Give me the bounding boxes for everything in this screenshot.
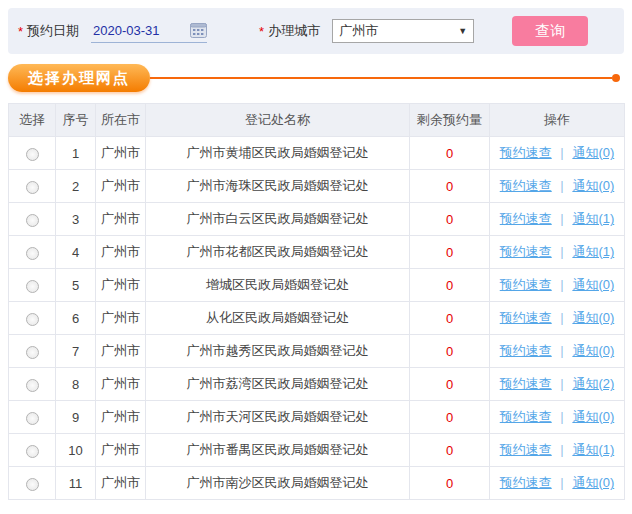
table-row: 9 广州市 广州市天河区民政局婚姻登记处 0 预约速查 | 通知(0) <box>9 401 625 434</box>
section-divider-dot <box>612 74 620 82</box>
column-header: 所在市 <box>96 104 146 137</box>
operations-cell: 预约速查 | 通知(0) <box>490 401 625 434</box>
city-cell: 广州市 <box>96 467 146 500</box>
row-radio-button[interactable] <box>26 346 39 359</box>
city-cell: 广州市 <box>96 170 146 203</box>
sequence-number: 7 <box>56 335 96 368</box>
sequence-number: 3 <box>56 203 96 236</box>
link-separator: | <box>560 475 563 490</box>
row-radio-button[interactable] <box>26 181 39 194</box>
sequence-number: 10 <box>56 434 96 467</box>
row-radio-button[interactable] <box>26 247 39 260</box>
city-cell: 广州市 <box>96 302 146 335</box>
city-cell: 广州市 <box>96 137 146 170</box>
link-separator: | <box>560 310 563 325</box>
column-header: 登记处名称 <box>146 104 410 137</box>
table-row: 2 广州市 广州市海珠区民政局婚姻登记处 0 预约速查 | 通知(0) <box>9 170 625 203</box>
link-separator: | <box>560 343 563 358</box>
required-marker: * <box>259 24 264 39</box>
query-button[interactable]: 查询 <box>512 16 588 46</box>
operations-cell: 预约速查 | 通知(2) <box>490 368 625 401</box>
quick-check-link[interactable]: 预约速查 <box>500 442 552 457</box>
remaining-quota: 0 <box>410 269 490 302</box>
operations-cell: 预约速查 | 通知(0) <box>490 137 625 170</box>
link-separator: | <box>560 442 563 457</box>
calendar-icon[interactable] <box>190 23 207 38</box>
notification-link[interactable]: 通知(0) <box>572 310 614 325</box>
city-field-group: * 办理城市 广州市 ▼ <box>259 19 474 43</box>
row-radio-button[interactable] <box>26 148 39 161</box>
notification-link[interactable]: 通知(0) <box>572 178 614 193</box>
row-radio-button[interactable] <box>26 478 39 491</box>
remaining-quota: 0 <box>410 401 490 434</box>
notification-link[interactable]: 通知(0) <box>572 277 614 292</box>
city-cell: 广州市 <box>96 203 146 236</box>
quick-check-link[interactable]: 预约速查 <box>500 376 552 391</box>
select-cell <box>9 401 56 434</box>
quick-check-link[interactable]: 预约速查 <box>500 178 552 193</box>
link-separator: | <box>560 211 563 226</box>
table-row: 7 广州市 广州市越秀区民政局婚姻登记处 0 预约速查 | 通知(0) <box>9 335 625 368</box>
city-cell: 广州市 <box>96 368 146 401</box>
row-radio-button[interactable] <box>26 379 39 392</box>
row-radio-button[interactable] <box>26 313 39 326</box>
notification-link[interactable]: 通知(0) <box>572 145 614 160</box>
link-separator: | <box>560 376 563 391</box>
row-radio-button[interactable] <box>26 280 39 293</box>
registry-name: 广州市番禺区民政局婚姻登记处 <box>146 434 410 467</box>
registry-name: 增城区民政局婚姻登记处 <box>146 269 410 302</box>
dropdown-arrow-icon: ▼ <box>458 26 467 36</box>
link-separator: | <box>560 145 563 160</box>
quick-check-link[interactable]: 预约速查 <box>500 211 552 226</box>
section-divider-line <box>150 77 612 79</box>
notification-link[interactable]: 通知(0) <box>572 343 614 358</box>
quick-check-link[interactable]: 预约速查 <box>500 343 552 358</box>
notification-link[interactable]: 通知(2) <box>572 376 614 391</box>
operations-cell: 预约速查 | 通知(0) <box>490 467 625 500</box>
table-row: 11 广州市 广州市南沙区民政局婚姻登记处 0 预约速查 | 通知(0) <box>9 467 625 500</box>
select-cell <box>9 269 56 302</box>
registry-name: 广州市花都区民政局婚姻登记处 <box>146 236 410 269</box>
date-field-wrap <box>91 19 207 43</box>
sequence-number: 2 <box>56 170 96 203</box>
notification-link[interactable]: 通知(1) <box>572 211 614 226</box>
notification-link[interactable]: 通知(1) <box>572 244 614 259</box>
table-header-row: 选择序号所在市登记处名称剩余预约量操作 <box>9 104 625 137</box>
remaining-quota: 0 <box>410 335 490 368</box>
registry-name: 广州市黄埔区民政局婚姻登记处 <box>146 137 410 170</box>
remaining-quota: 0 <box>410 170 490 203</box>
registry-name: 广州市海珠区民政局婚姻登记处 <box>146 170 410 203</box>
sequence-number: 8 <box>56 368 96 401</box>
date-label: 预约日期 <box>27 22 79 40</box>
quick-check-link[interactable]: 预约速查 <box>500 475 552 490</box>
sequence-number: 5 <box>56 269 96 302</box>
registry-name: 广州市白云区民政局婚姻登记处 <box>146 203 410 236</box>
row-radio-button[interactable] <box>26 412 39 425</box>
table-body: 1 广州市 广州市黄埔区民政局婚姻登记处 0 预约速查 | 通知(0) 2 广州… <box>9 137 625 500</box>
operations-cell: 预约速查 | 通知(0) <box>490 302 625 335</box>
notification-link[interactable]: 通知(1) <box>572 442 614 457</box>
quick-check-link[interactable]: 预约速查 <box>500 409 552 424</box>
quick-check-link[interactable]: 预约速查 <box>500 310 552 325</box>
quick-check-link[interactable]: 预约速查 <box>500 277 552 292</box>
select-cell <box>9 203 56 236</box>
quick-check-link[interactable]: 预约速查 <box>500 244 552 259</box>
city-select[interactable]: 广州市 ▼ <box>332 19 474 43</box>
quick-check-link[interactable]: 预约速查 <box>500 145 552 160</box>
sequence-number: 6 <box>56 302 96 335</box>
notification-link[interactable]: 通知(0) <box>572 475 614 490</box>
row-radio-button[interactable] <box>26 214 39 227</box>
sequence-number: 9 <box>56 401 96 434</box>
column-header: 剩余预约量 <box>410 104 490 137</box>
sequence-number: 1 <box>56 137 96 170</box>
sequence-number: 4 <box>56 236 96 269</box>
select-cell <box>9 368 56 401</box>
link-separator: | <box>560 244 563 259</box>
select-cell <box>9 302 56 335</box>
registry-name: 广州市天河区民政局婚姻登记处 <box>146 401 410 434</box>
remaining-quota: 0 <box>410 368 490 401</box>
row-radio-button[interactable] <box>26 445 39 458</box>
date-input[interactable] <box>91 23 190 38</box>
notification-link[interactable]: 通知(0) <box>572 409 614 424</box>
table-row: 1 广州市 广州市黄埔区民政局婚姻登记处 0 预约速查 | 通知(0) <box>9 137 625 170</box>
